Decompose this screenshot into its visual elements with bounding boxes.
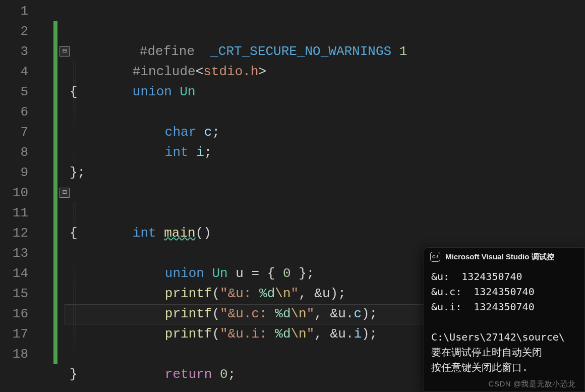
space: [212, 367, 220, 382]
line-number: 13: [0, 243, 28, 263]
line-number: 17: [0, 324, 28, 344]
console-line: 要在调试停止时自动关闭: [431, 346, 542, 358]
code-line[interactable]: };: [37, 142, 585, 162]
code-line[interactable]: #include<stdio.h>: [37, 21, 585, 41]
console-title-text: Microsoft Visual Studio 调试控: [445, 252, 554, 262]
line-number: 11: [0, 203, 28, 223]
line-number-gutter: 1 2 3 4 5 6 7 8 9 10 11 12 13 14 15 16 1…: [0, 1, 37, 392]
number-literal: 0: [220, 367, 228, 382]
console-line: C:\Users\27142\source\: [431, 331, 565, 343]
line-number: 18: [0, 344, 28, 364]
code-line[interactable]: union Un: [37, 41, 585, 62]
code-line[interactable]: [37, 162, 585, 183]
line-number: 10: [0, 183, 28, 203]
line-number: 5: [0, 82, 28, 102]
line-number: 9: [0, 162, 28, 183]
line-number: 16: [0, 304, 28, 324]
line-number: 3: [0, 41, 28, 62]
line-number: 1: [0, 1, 28, 21]
code-line[interactable]: int main(): [37, 183, 585, 203]
console-line: &u.c: 1324350740: [431, 286, 535, 298]
code-line[interactable]: #define _CRT_SECURE_NO_WARNINGS 1: [37, 1, 585, 21]
console-output[interactable]: &u: 1324350740 &u.c: 1324350740 &u.i: 13…: [424, 266, 584, 378]
line-number: 15: [0, 284, 28, 304]
line-number: 6: [0, 102, 28, 122]
terminal-icon: C:\: [430, 252, 440, 262]
punct: ;: [228, 367, 236, 382]
console-line: 按任意键关闭此窗口.: [431, 361, 534, 373]
console-titlebar[interactable]: C:\ Microsoft Visual Studio 调试控: [424, 248, 584, 266]
code-line[interactable]: {: [37, 62, 585, 82]
console-line: &u.i: 1324350740: [431, 301, 535, 313]
line-number: 2: [0, 21, 28, 41]
code-line[interactable]: int i;: [37, 102, 585, 122]
watermark-text: CSDN @我是无敌小恐龙: [489, 379, 576, 389]
line-number: 4: [0, 62, 28, 82]
code-line[interactable]: [37, 122, 585, 142]
debug-console-window[interactable]: C:\ Microsoft Visual Studio 调试控 &u: 1324…: [424, 247, 585, 392]
brace: }: [70, 367, 78, 382]
line-number: 12: [0, 223, 28, 243]
line-number: 14: [0, 263, 28, 284]
code-line[interactable]: char c;: [37, 82, 585, 102]
code-line[interactable]: union Un u = { 0 };: [37, 223, 585, 243]
console-line: &u: 1324350740: [431, 270, 522, 283]
code-line[interactable]: {: [37, 203, 585, 223]
line-number: 7: [0, 122, 28, 142]
line-number: 8: [0, 142, 28, 162]
keyword-return: return: [165, 367, 212, 382]
